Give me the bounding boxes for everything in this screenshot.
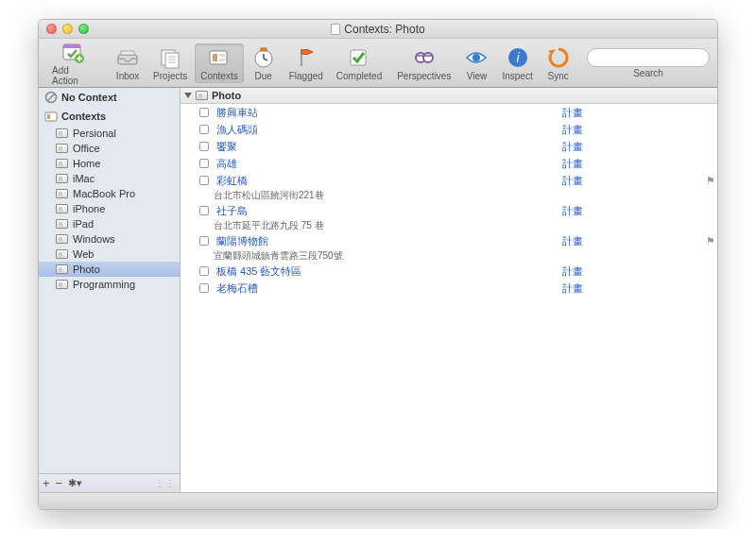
task-list: 勝興車站計畫漁人碼頭計畫饗聚計畫高雄計畫彩虹橋計畫⚑台北市松山區饒河街221巷社… (180, 104, 717, 492)
flagged-button[interactable]: Flagged (284, 43, 329, 83)
inbox-button[interactable]: Inbox (110, 43, 146, 83)
sidebar-item-home[interactable]: Home (39, 156, 180, 171)
toolbar: Add Action Inbox Projects Contexts Due F… (39, 39, 717, 88)
task-note: 台北市延平北路九段 75 巷 (180, 219, 717, 232)
task-project: 計畫 (562, 106, 704, 120)
sync-icon (546, 45, 571, 70)
sidebar-item-persional[interactable]: Persional (39, 126, 180, 141)
perspectives-button[interactable]: Perspectives (391, 43, 456, 83)
completed-label: Completed (336, 71, 382, 81)
sidebar-item-photo[interactable]: Photo (39, 262, 180, 277)
context-icon (56, 234, 68, 244)
sidebar-item-windows[interactable]: Windows (39, 231, 180, 247)
no-context-row[interactable]: No Context (39, 88, 180, 107)
add-action-button[interactable]: Add Action (46, 38, 99, 88)
contexts-header-label: Contexts (61, 111, 106, 122)
search-input[interactable] (587, 48, 710, 67)
sidebar-list: PersionalOfficeHomeiMacMacBook ProiPhone… (39, 126, 180, 473)
sidebar-item-office[interactable]: Office (39, 141, 180, 156)
sidebar-item-label: iPhone (73, 203, 105, 214)
task-note: 宜蘭縣頭城鎮青雲路三段750號 (180, 249, 717, 263)
completed-button[interactable]: Completed (331, 43, 387, 83)
sidebar-item-label: Home (73, 158, 100, 169)
zoom-button[interactable] (78, 24, 89, 34)
context-icon (56, 264, 68, 274)
task-project: 計畫 (562, 174, 704, 188)
sidebar-item-label: Office (73, 143, 100, 154)
context-icon (56, 174, 68, 183)
view-label: View (467, 71, 488, 81)
task-checkbox[interactable] (199, 108, 209, 117)
main-heading-label: Photo (212, 90, 241, 101)
sync-button[interactable]: Sync (541, 43, 576, 83)
minimize-button[interactable] (62, 24, 73, 34)
disclosure-triangle-icon[interactable] (184, 93, 192, 98)
window-title: Contexts: Photo (39, 23, 717, 36)
search-label: Search (633, 68, 663, 78)
task-row[interactable]: 漁人碼頭計畫 (180, 121, 717, 138)
close-button[interactable] (46, 24, 57, 34)
sidebar-item-imac[interactable]: iMac (39, 171, 180, 186)
flag-indicator[interactable]: ⚑ (704, 235, 717, 247)
svg-rect-1 (63, 44, 80, 48)
task-row[interactable]: 板橋 435 藝文特區計畫 (180, 263, 717, 280)
task-row[interactable]: 勝興車站計畫 (180, 104, 717, 121)
sidebar-item-ipad[interactable]: iPad (39, 216, 180, 231)
task-checkbox[interactable] (199, 206, 209, 215)
sidebar-item-label: iPad (73, 218, 94, 230)
task-title: 老梅石槽 (215, 282, 562, 296)
task-row[interactable]: 饗聚計畫 (180, 138, 717, 155)
flag-indicator[interactable]: ⚑ (704, 175, 717, 187)
sidebar-item-web[interactable]: Web (39, 247, 180, 262)
sync-label: Sync (548, 71, 569, 81)
main-heading-row[interactable]: Photo (180, 88, 717, 104)
remove-context-button[interactable]: − (56, 476, 63, 490)
context-icon (56, 280, 68, 289)
inspect-button[interactable]: i Inspect (496, 43, 538, 83)
task-checkbox[interactable] (199, 142, 209, 151)
task-checkbox[interactable] (199, 176, 209, 185)
projects-button[interactable]: Projects (147, 43, 193, 83)
sidebar-footer: + − ✱▾ ⋮⋮ (39, 473, 180, 492)
inbox-icon (115, 45, 140, 70)
sidebar-action-menu[interactable]: ✱▾ (68, 477, 82, 489)
task-note: 台北市松山區饒河街221巷 (180, 189, 717, 202)
sidebar-item-programming[interactable]: Programming (39, 277, 180, 292)
task-row[interactable]: 高雄計畫 (180, 155, 717, 172)
task-checkbox[interactable] (199, 283, 209, 293)
task-title: 彩虹橋 (215, 174, 562, 188)
task-row[interactable]: 老梅石槽計畫 (180, 280, 717, 297)
sidebar-item-iphone[interactable]: iPhone (39, 201, 180, 216)
no-context-icon (44, 91, 58, 104)
svg-rect-3 (118, 55, 137, 64)
sidebar-resize-grip[interactable]: ⋮⋮ (155, 478, 176, 488)
context-icon (56, 128, 68, 138)
add-context-button[interactable]: + (43, 476, 50, 490)
contexts-header-row[interactable]: Contexts (39, 107, 180, 126)
titlebar[interactable]: Contexts: Photo (39, 20, 717, 39)
task-checkbox[interactable] (199, 236, 209, 246)
task-title: 饗聚 (215, 140, 562, 154)
context-icon (56, 189, 68, 198)
sidebar-item-macbook-pro[interactable]: MacBook Pro (39, 186, 180, 201)
task-checkbox[interactable] (199, 159, 209, 168)
task-checkbox[interactable] (199, 125, 209, 134)
contexts-button[interactable]: Contexts (195, 43, 243, 83)
svg-point-21 (423, 53, 433, 62)
due-button[interactable]: Due (246, 43, 282, 83)
task-row[interactable]: 蘭陽博物館計畫⚑ (180, 232, 717, 249)
no-context-label: No Context (61, 92, 117, 103)
perspectives-label: Perspectives (397, 71, 451, 81)
task-checkbox[interactable] (199, 266, 209, 276)
sidebar-item-label: Programming (73, 279, 135, 290)
task-title: 高雄 (215, 157, 562, 171)
view-button[interactable]: View (458, 43, 494, 83)
task-project: 計畫 (562, 140, 704, 154)
svg-rect-19 (351, 50, 366, 65)
projects-icon (158, 45, 182, 70)
task-row[interactable]: 彩虹橋計畫⚑ (180, 172, 717, 189)
window-controls (46, 24, 89, 34)
sidebar-item-label: MacBook Pro (73, 188, 135, 199)
task-row[interactable]: 社子島計畫 (180, 202, 717, 219)
svg-point-23 (472, 54, 480, 61)
